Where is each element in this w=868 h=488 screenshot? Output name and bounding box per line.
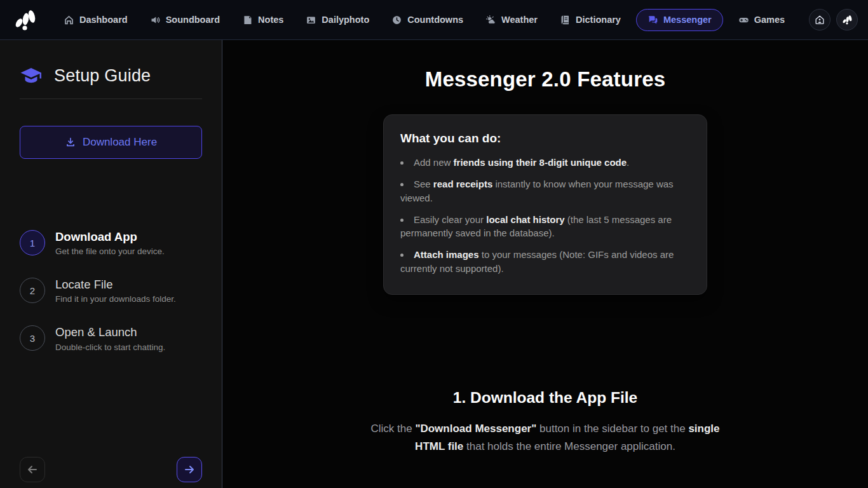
download-button-label: Download Here	[83, 136, 157, 149]
nav-item-weather[interactable]: Weather	[478, 10, 545, 30]
setup-guide-sidebar: Setup Guide Download Here 1 Download App…	[0, 40, 222, 488]
step-number-badge: 1	[20, 230, 45, 255]
nav-item-messenger[interactable]: Messenger	[636, 9, 723, 31]
nav-item-soundboard[interactable]: Soundboard	[143, 10, 227, 30]
main-content: Messenger 2.0 Features What you can do: …	[222, 40, 868, 488]
feature-bullet: Add new friends using their 8-digit uniq…	[400, 156, 690, 169]
step-number-badge: 3	[20, 325, 45, 351]
image-icon	[306, 15, 316, 25]
weather-icon	[485, 15, 496, 25]
app-logo[interactable]	[10, 6, 39, 33]
chat-icon	[648, 15, 658, 25]
feature-bullet: See read receipts instantly to know when…	[400, 177, 690, 205]
feature-bullet: Attach images to your messages (Note: GI…	[400, 248, 690, 275]
step-title: Open & Launch	[55, 325, 165, 339]
step-title: Locate File	[55, 278, 176, 292]
book-icon	[560, 15, 571, 25]
nav-item-countdowns[interactable]: Countdowns	[384, 10, 470, 30]
features-card-title: What you can do:	[400, 132, 690, 146]
section-title: 1. Download the App File	[222, 389, 868, 407]
setup-step[interactable]: 2 Locate File Find it in your downloads …	[20, 278, 202, 304]
avatar[interactable]	[836, 9, 858, 30]
step-subtitle: Find it in your downloads folder.	[55, 294, 176, 304]
feature-bullet: Easily clear your local chat history (th…	[400, 213, 690, 240]
home-user-icon	[814, 14, 825, 25]
setup-step[interactable]: 1 Download App Get the file onto your de…	[20, 230, 202, 256]
sidebar-pager	[20, 457, 202, 482]
page-title: Messenger 2.0 Features	[222, 67, 868, 92]
top-navigation-bar: Dashboard Soundboard Notes Dailyphoto Co…	[0, 0, 868, 40]
section-paragraph: Click the "Download Messenger" button in…	[355, 420, 736, 456]
sidebar-title: Setup Guide	[54, 66, 151, 86]
home-icon	[64, 15, 74, 25]
note-icon	[242, 15, 253, 25]
sidebar-header: Setup Guide	[20, 66, 202, 86]
nav-item-dailyphoto[interactable]: Dailyphoto	[299, 10, 376, 30]
main-nav-menu: Dashboard Soundboard Notes Dailyphoto Co…	[39, 9, 809, 31]
step-subtitle: Get the file onto your device.	[55, 247, 165, 256]
arrow-left-icon	[26, 463, 39, 476]
previous-step-button[interactable]	[20, 457, 45, 482]
clock-icon	[391, 15, 402, 25]
brand-logo-icon	[12, 8, 37, 31]
next-step-button[interactable]	[177, 457, 202, 482]
step-title: Download App	[55, 230, 165, 244]
download-icon	[65, 137, 76, 148]
features-list: Add new friends using their 8-digit uniq…	[400, 156, 690, 275]
download-here-button[interactable]: Download Here	[20, 126, 202, 159]
features-card: What you can do: Add new friends using t…	[383, 114, 707, 295]
setup-steps-list: 1 Download App Get the file onto your de…	[20, 230, 202, 352]
nav-item-notes[interactable]: Notes	[235, 10, 290, 30]
gamepad-icon	[738, 15, 749, 25]
speaker-icon	[150, 15, 161, 25]
nav-item-dictionary[interactable]: Dictionary	[553, 10, 628, 30]
home-circle-button[interactable]	[809, 9, 831, 30]
brand-avatar-icon	[841, 14, 853, 25]
nav-item-games[interactable]: Games	[731, 10, 792, 30]
sidebar-divider	[20, 98, 202, 99]
graduation-cap-icon	[20, 67, 43, 86]
setup-step[interactable]: 3 Open & Launch Double-click to start ch…	[20, 325, 202, 351]
nav-item-dashboard[interactable]: Dashboard	[57, 10, 135, 30]
step-subtitle: Double-click to start chatting.	[55, 342, 165, 352]
nav-right-actions	[809, 9, 858, 30]
step-number-badge: 2	[20, 278, 45, 303]
arrow-right-icon	[183, 463, 196, 476]
